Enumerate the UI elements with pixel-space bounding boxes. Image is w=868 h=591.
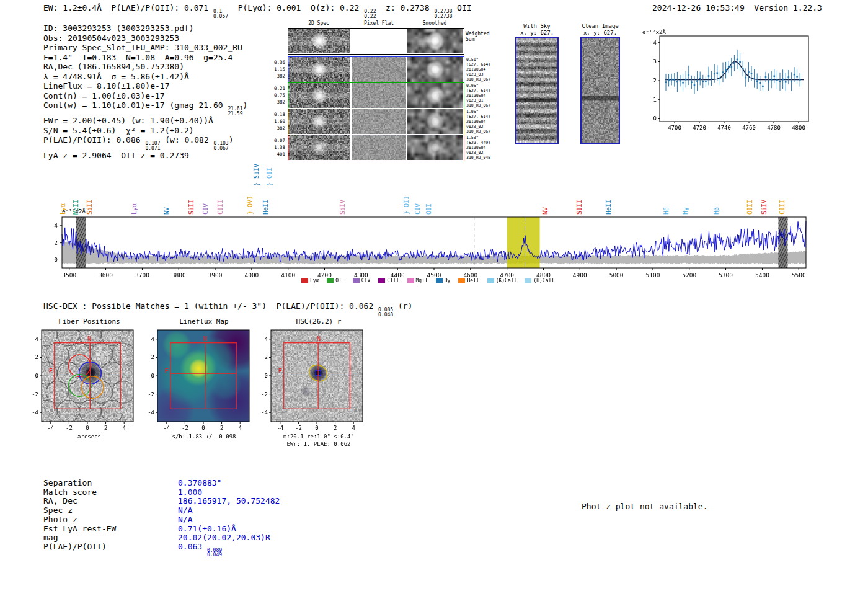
spec2d-annotation-line: v023_01	[466, 98, 498, 103]
spec2d-row	[288, 28, 464, 55]
emission-line-label: NV	[541, 207, 549, 215]
info-line: Cont(w) = 1.10(±0.01)e-17 (gmag 21.60 21…	[43, 100, 247, 116]
cutout-title-lineflux: Lineflux Map	[157, 318, 251, 326]
match-row-value: N/A	[178, 515, 192, 524]
text-segment: Obs: 20190504v023_3003293253	[43, 33, 179, 43]
info-line: Primary Spec_Slot_IFU_AMP: 310_033_002_R…	[43, 43, 247, 53]
spec2d-row-stats: 0.210.75382	[269, 85, 285, 105]
spec2d-stat-value: 0.18	[269, 111, 285, 118]
legend-item: (K)CaII	[487, 278, 517, 283]
legend-label: CIV	[361, 278, 370, 283]
match-table-row: Separation0.370883"	[43, 479, 280, 488]
text-segment: (w: 0.082	[160, 135, 213, 144]
spec2d-stat-value: 382	[269, 73, 285, 79]
spec2d-row	[288, 109, 464, 135]
text-segment: ID: 3003293253 (3003293253.pdf)	[43, 24, 194, 33]
spec2d-annotation-line: 310_RU_067	[466, 129, 498, 134]
spectrum-legend: LyαOIICIVCIIIMgIIHγHeII(K)CaII(H)CaII	[37, 278, 818, 283]
legend-label: Hγ	[445, 278, 451, 283]
text-segment: (r)	[393, 301, 412, 311]
spec2d-col-header-2dspec: 2D Spec	[297, 20, 340, 26]
emission-line-label: CIV	[202, 203, 210, 215]
withsky-image	[515, 37, 559, 144]
emission-line-label: Hβ	[712, 207, 720, 215]
emission-line-label: Hδ	[662, 207, 670, 215]
info-line: Obs: 20190504v023_3003293253	[43, 33, 247, 43]
spec2d-row	[288, 82, 464, 109]
spec2d-stat-value: 1.15	[269, 66, 285, 73]
text-segment: 20.02(20.02,20.03)R	[178, 533, 270, 542]
spec2d-annotation-line: 20190504	[466, 119, 498, 124]
text-segment: )	[229, 135, 234, 144]
match-row-value: N/A	[178, 505, 192, 515]
text-segment: RA,Dec (186.165894,50.752380)	[43, 62, 184, 71]
spec2d-annotation-line: 0.51"	[466, 57, 498, 62]
match-row-value: 0.063 0.0890.049	[178, 542, 222, 551]
text-segment: λ = 4748.91Å σ = 5.86(±1.42)Å	[43, 72, 189, 81]
info-line: P(LAE)/P(OII): 0.086 0.1070.071 (w: 0.08…	[43, 135, 247, 151]
info-line: λ = 4748.91Å σ = 5.86(±1.42)Å	[43, 72, 247, 82]
legend-swatch	[327, 278, 334, 283]
text-segment: S/N = 5.4(±0.6) χ² = 1.2(±0.2)	[43, 126, 194, 135]
info-line: F=1.4" T=0.183 N=1.08 A=0.96 g=25.4	[43, 53, 247, 63]
legend-item: OII	[327, 278, 344, 283]
match-table-row: RA, Dec186.165917, 50.752482	[43, 497, 280, 506]
legend-label: CIII	[387, 278, 399, 283]
spectrum-ylabel: e⁻¹⁷x2Å	[62, 208, 86, 215]
text-segment: Primary Spec_Slot_IFU_AMP: 310_033_002_R…	[43, 43, 242, 52]
text-segment: EW: 1.2±0.4Å P(LAE)/P(OII): 0.071	[43, 3, 213, 12]
spec2d-annotation-line: 310_RU_04B	[466, 155, 498, 160]
spec2d-stat-value: 0.07	[269, 137, 285, 144]
text-segment: LineFlux = 8.10(±1.80)e-17	[43, 81, 170, 91]
match-row-value: 186.165917, 50.752482	[178, 496, 280, 505]
photz-note: Phot z plot not available.	[582, 502, 708, 511]
spec2d-stat-value: 0.21	[269, 85, 285, 92]
text-segment: 186.165917, 50.752482	[178, 496, 280, 505]
stacked-lower: 21.59	[228, 112, 242, 117]
stacked-value: 0.220.22	[364, 9, 376, 19]
spec2d-row-image	[288, 29, 463, 53]
emission-line-label: Hγ	[681, 207, 689, 215]
stacked-value: 0.1070.071	[145, 141, 160, 151]
spec2d-annotation-line: (627, 614)	[466, 62, 498, 67]
stacked-value: 21.6121.59	[228, 107, 242, 116]
match-row-label: Match score	[43, 488, 178, 497]
spec2d-annotation-line: v023_02	[466, 124, 498, 129]
text-segment: 0.71(±0.16)Å	[178, 524, 236, 533]
emission-line-label: Lyα	[130, 203, 138, 215]
spec2d-row-stats: 0.361.15382	[269, 59, 285, 79]
emission-line-label: } OII	[265, 167, 273, 186]
legend-swatch	[301, 278, 308, 283]
emission-line-label: } OII	[402, 196, 410, 215]
emission-line-label: CIII	[216, 200, 224, 215]
spec2d-row-image	[288, 109, 463, 134]
info-line: S/N = 5.4(±0.6) χ² = 1.2(±0.2)	[43, 126, 247, 136]
info-line: LineFlux = 8.10(±1.80)e-17	[43, 81, 247, 91]
stacked-lower: 0.22	[364, 14, 376, 19]
emission-line-label: } OVI	[246, 196, 254, 215]
text-segment: OII	[452, 3, 471, 12]
legend-swatch	[407, 278, 414, 283]
spec2d-annotation-line: 0.95"	[466, 83, 498, 88]
text-segment: F=1.4" T=0.183 N=1.08 A=0.96 g=25.4	[43, 53, 232, 62]
match-table-row: P(LAE)/P(OII)0.063 0.0890.049	[43, 543, 280, 558]
spec2d-row	[288, 56, 464, 83]
stacked-value: 0.1030.067	[214, 141, 229, 151]
spec2d-annotation-line: (629, 449)	[466, 140, 498, 145]
spec2d-stat-value: 401	[269, 151, 285, 158]
match-table-row: Match score1.000	[43, 488, 280, 497]
header-summary-line: EW: 1.2±0.4Å P(LAE)/P(OII): 0.071 0.10.0…	[43, 3, 472, 19]
emission-line-label: } SiIV	[252, 164, 260, 186]
match-table-row: Photo zN/A	[43, 515, 280, 525]
spec2d-stat-value: 0.36	[269, 59, 285, 66]
stacked-value: 0.0850.048	[378, 308, 393, 317]
clean-image	[580, 37, 620, 144]
spec2d-row-image	[288, 83, 463, 108]
match-table-row: Est LyA rest-EW0.71(±0.16)Å	[43, 525, 280, 534]
emission-line-label: CIV	[414, 203, 422, 215]
match-row-value: 20.02(20.02,20.03)R	[178, 533, 270, 542]
spec2d-annotation-line: 310_RU_067	[466, 77, 498, 82]
cutout-xlabel2-hsc: EWr: 1. PLAE: 0.062	[272, 441, 366, 447]
spec2d-row-stats: 0.071.38401	[269, 137, 285, 158]
match-row-label: Separation	[43, 479, 178, 488]
